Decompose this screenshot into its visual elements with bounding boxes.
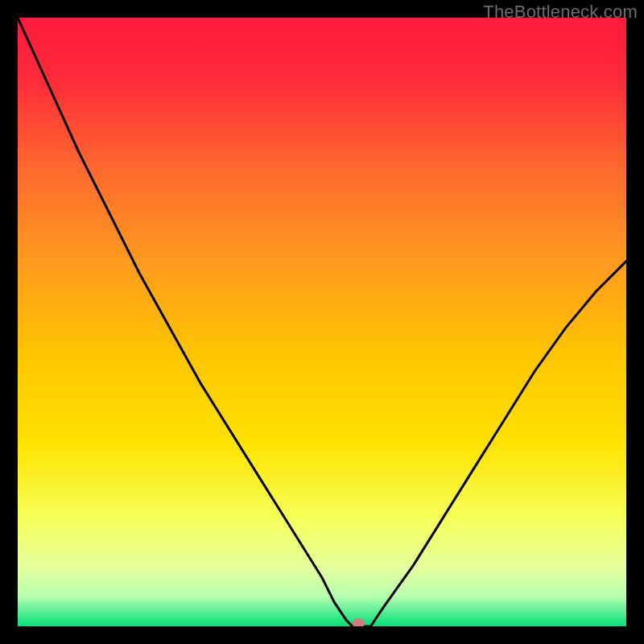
plot-svg — [18, 18, 626, 626]
watermark-text: TheBottleneck.com — [483, 2, 638, 23]
chart-frame: TheBottleneck.com — [0, 0, 644, 644]
plot-area — [18, 18, 626, 626]
gradient-background — [18, 18, 626, 626]
